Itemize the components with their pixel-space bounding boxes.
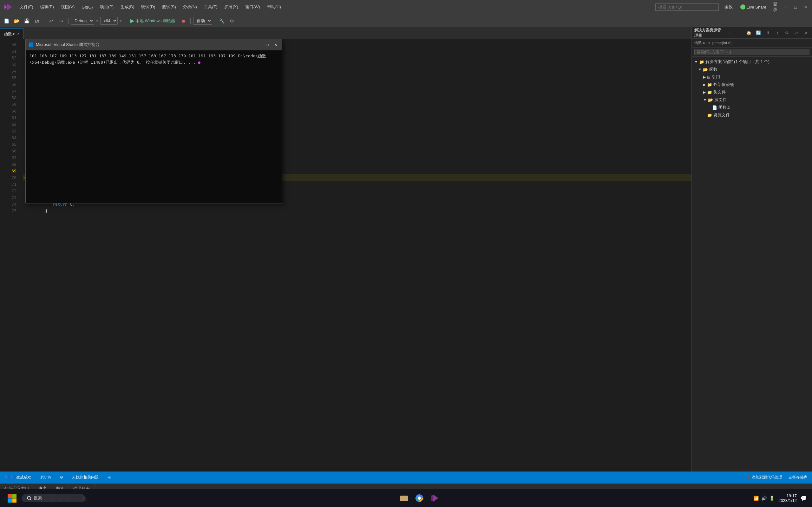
se-item-refs[interactable]: ▶ ⊞ 引用	[692, 73, 812, 81]
debug-close-btn[interactable]: ✕	[272, 41, 280, 49]
se-icon-refs: ⊞	[707, 75, 711, 79]
debug-num-16: 179	[179, 54, 186, 58]
se-item-project[interactable]: ▼ 📂 函数	[692, 66, 812, 73]
se-item-sources[interactable]: ▼ 📂 源文件	[692, 96, 812, 104]
se-item-functions-c[interactable]: ▶ 📄 函数.c	[692, 104, 812, 111]
se-label-project: 函数	[709, 66, 717, 72]
menu-window[interactable]: 窗口(W)	[242, 3, 263, 11]
se-label-functions-c: 函数.c	[718, 105, 730, 110]
se-toolbar-btn-1[interactable]: ←	[726, 30, 733, 37]
menu-extensions[interactable]: 扩展(X)	[221, 3, 241, 11]
close-button[interactable]: ✕	[802, 3, 809, 11]
menu-view[interactable]: 视图(V)	[58, 3, 78, 11]
debug-title-icon: C	[28, 42, 34, 48]
menu-analyze[interactable]: 分析(N)	[180, 3, 200, 11]
se-toolbar-btn-6[interactable]: ↕	[774, 30, 781, 37]
menu-build[interactable]: 生成(B)	[117, 3, 137, 11]
status-no-issues[interactable]: 未找到相关问题	[70, 475, 101, 480]
se-item-resources[interactable]: ▶ 📁 资源文件	[692, 111, 812, 119]
line-numbers: 5051525354 5556575859 6061626364 6566676…	[0, 39, 19, 471]
se-toolbar-btn-2[interactable]: →	[736, 30, 743, 37]
se-icon-resources: 📁	[707, 113, 712, 118]
menu-tools[interactable]: 工具(T)	[201, 3, 221, 11]
main-layout: 函数.c × 5051525354 5556575859 6061626364 …	[0, 27, 812, 471]
debug-titlebar: C Microsoft Visual Studio 调试控制台 ─ □ ✕	[26, 39, 282, 50]
toolbar-sep-5	[215, 18, 215, 24]
taskbar-start[interactable]	[5, 491, 19, 505]
minimize-button[interactable]: ─	[781, 3, 789, 11]
right-breadcrumb: 函数.c is_prime(int n)	[692, 39, 812, 48]
taskbar-explorer-icon[interactable]	[397, 491, 411, 505]
menu-git[interactable]: Git(G)	[78, 3, 96, 11]
taskbar-notification-icon[interactable]: 💬	[801, 495, 807, 501]
se-item-headers[interactable]: ▶ 📁 头文件	[692, 89, 812, 96]
debug-num-2: 103	[39, 54, 47, 58]
toolbar-sep-2	[68, 18, 68, 24]
platform-select[interactable]: x64	[100, 17, 118, 25]
debug-num-13: 163	[149, 54, 156, 58]
debug-num-7: 131	[89, 54, 96, 58]
solution-explorer-title: 解决方案资源管理器	[694, 27, 724, 38]
tab-close-functions-c[interactable]: ×	[17, 32, 19, 36]
toolbar-open-btn[interactable]: 📂	[12, 16, 21, 25]
se-item-solution[interactable]: ▼ 📁 解决方案 '函数' (1 个项目，共 1 个)	[692, 58, 812, 66]
se-toolbar-btn-5[interactable]: ⬆	[764, 30, 771, 37]
status-circle-btn[interactable]: ⊙	[58, 475, 65, 480]
run-icon: ▶	[131, 18, 134, 24]
se-toolbar-btn-3[interactable]: 🏠	[745, 30, 752, 37]
debug-num-19: 193	[208, 54, 216, 58]
maximize-button[interactable]: □	[792, 3, 799, 11]
tab-functions-c[interactable]: 函数.c ×	[0, 29, 23, 39]
run-button[interactable]: ▶ 本地 Windows 调试器	[128, 17, 177, 25]
menu-project[interactable]: 项目(P)	[97, 3, 117, 11]
se-settings-btn[interactable]: ⚙	[783, 30, 791, 37]
status-success-item[interactable]: 🔵 🔵 生成成功	[3, 475, 33, 480]
search-input[interactable]	[655, 3, 719, 11]
svg-rect-4	[8, 498, 12, 503]
svg-rect-5	[12, 498, 16, 503]
se-icon-headers: 📁	[707, 90, 712, 95]
toolbar-save-btn[interactable]: 💾	[22, 16, 31, 25]
toolbar-redo-btn[interactable]: ↪	[57, 16, 66, 25]
debug-console: C Microsoft Visual Studio 调试控制台 ─ □ ✕ 10…	[26, 39, 282, 204]
auto-select[interactable]: 自动	[193, 17, 212, 25]
menu-debug[interactable]: 调试(D)	[138, 3, 158, 11]
live-share-button[interactable]: Live Share	[738, 3, 769, 10]
se-label-solution: 解决方案 '函数' (1 个项目，共 1 个)	[705, 59, 769, 65]
toolbar-saveall-btn[interactable]: 🗂	[32, 16, 41, 25]
taskbar-vs-icon[interactable]	[427, 491, 442, 505]
taskbar-chrome-icon[interactable]	[412, 491, 426, 505]
toolbar: 📄 📂 💾 🗂 ↩ ↪ Debug ▾ x64 ▾ ▶ 本地 Windows 调…	[0, 14, 812, 27]
menu-help[interactable]: 帮助(H)	[264, 3, 284, 11]
tab-bar: 函数.c ×	[0, 27, 692, 39]
stop-button[interactable]: ⏹	[179, 16, 188, 25]
debug-num-20: 197	[218, 54, 225, 58]
se-arrow-headers: ▶	[703, 90, 706, 95]
toolbar-new-btn[interactable]: 📄	[2, 16, 11, 25]
debug-output: 101 103 107 109 113 127 131 137 139 149 …	[26, 50, 282, 203]
debug-minimize-btn[interactable]: ─	[255, 41, 263, 49]
status-select-repo[interactable]: 选择存储库	[786, 475, 809, 480]
se-close-btn[interactable]: ✕	[803, 30, 809, 37]
taskbar-search[interactable]: 搜索	[21, 494, 85, 502]
se-toolbar-btn-4[interactable]: 🔄	[755, 30, 762, 37]
code-line-73: |}	[23, 209, 48, 213]
login-button[interactable]: 登录	[771, 3, 779, 11]
menu-edit[interactable]: 编辑(E)	[37, 3, 57, 11]
toolbar-sep-1	[44, 18, 44, 24]
status-zoom[interactable]: 150 %	[38, 475, 53, 480]
debug-maximize-btn[interactable]: □	[264, 41, 271, 49]
toolbar-extra-btn1[interactable]: 🔧	[217, 16, 226, 25]
code-editor: 5051525354 5556575859 6061626364 6566676…	[0, 39, 692, 471]
taskbar-date: 2023/1/12	[778, 498, 797, 503]
taskbar-time[interactable]: 19:17 2023/1/12	[778, 493, 797, 503]
debug-config-select[interactable]: Debug	[71, 17, 94, 25]
se-search-input[interactable]	[694, 49, 809, 55]
menu-test[interactable]: 测试(S)	[159, 3, 179, 11]
se-item-extdeps[interactable]: ▶ 📁 外部依赖项	[692, 81, 812, 89]
status-add-source[interactable]: ➕ 添加到源代码管理	[744, 475, 784, 480]
menu-file[interactable]: 文件(F)	[16, 3, 37, 11]
se-expand-btn[interactable]: ⤢	[793, 30, 800, 37]
toolbar-undo-btn[interactable]: ↩	[47, 16, 55, 25]
toolbar-extra-btn2[interactable]: ⚙	[228, 16, 237, 25]
